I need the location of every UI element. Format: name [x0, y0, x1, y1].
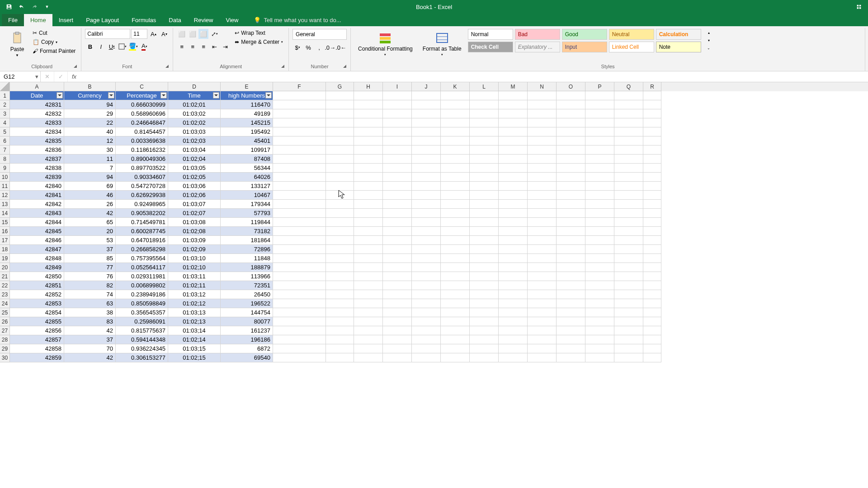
cell[interactable]	[273, 109, 326, 118]
cell[interactable]	[557, 299, 585, 308]
cell[interactable]	[441, 344, 470, 353]
cell[interactable]	[383, 109, 412, 118]
cell[interactable]: 42850	[10, 272, 64, 281]
tab-page-layout[interactable]: Page Layout	[80, 14, 125, 26]
cell[interactable]	[273, 91, 326, 100]
cell[interactable]	[585, 209, 614, 218]
cell[interactable]: 7	[64, 164, 116, 173]
cell[interactable]	[412, 91, 441, 100]
style-bad[interactable]: Bad	[515, 29, 560, 40]
tell-me-search[interactable]: 💡 Tell me what you want to do...	[254, 17, 341, 26]
row-header-24[interactable]: 24	[0, 299, 10, 308]
cell[interactable]: 01:02;02	[168, 118, 221, 127]
cell[interactable]: 01:03;07	[168, 200, 221, 209]
cell[interactable]: 37	[64, 335, 116, 344]
cell[interactable]	[383, 127, 412, 136]
cell[interactable]: 196186	[221, 335, 273, 344]
cell[interactable]	[499, 326, 528, 335]
cell[interactable]	[354, 182, 383, 191]
cell[interactable]: 26450	[221, 290, 273, 299]
cell[interactable]: 01:03;14	[168, 326, 221, 335]
cell[interactable]	[528, 118, 557, 127]
cell[interactable]	[557, 182, 585, 191]
cell[interactable]: 01:02;15	[168, 353, 221, 362]
cell[interactable]: 20	[64, 227, 116, 236]
cell[interactable]	[499, 127, 528, 136]
styles-more[interactable]: ⌄	[704, 44, 714, 52]
cell[interactable]	[557, 145, 585, 155]
cell[interactable]	[614, 155, 643, 164]
cell[interactable]	[470, 109, 499, 118]
cell[interactable]	[441, 290, 470, 299]
cell[interactable]	[528, 191, 557, 200]
cell[interactable]: 01:02;01	[168, 100, 221, 109]
cell[interactable]	[273, 182, 326, 191]
tab-formulas[interactable]: Formulas	[125, 14, 162, 26]
cell[interactable]	[528, 254, 557, 263]
cell[interactable]: 94	[64, 173, 116, 182]
cell[interactable]: 01:03;15	[168, 344, 221, 353]
col-header-O[interactable]: O	[557, 82, 585, 91]
cell[interactable]	[354, 218, 383, 227]
cell[interactable]: 01:02;10	[168, 263, 221, 272]
cell[interactable]	[412, 353, 441, 362]
row-header-21[interactable]: 21	[0, 272, 10, 281]
cell[interactable]	[643, 118, 661, 127]
cell[interactable]	[557, 335, 585, 344]
cell[interactable]	[383, 281, 412, 290]
cell[interactable]	[441, 200, 470, 209]
cell[interactable]	[441, 182, 470, 191]
cell[interactable]	[412, 173, 441, 182]
cell[interactable]	[354, 308, 383, 317]
merge-center-button[interactable]: ⬌Merge & Center▾	[233, 38, 285, 46]
cell[interactable]	[273, 227, 326, 236]
cell[interactable]	[383, 118, 412, 127]
cell[interactable]: 45401	[221, 136, 273, 145]
cell[interactable]: 29	[64, 109, 116, 118]
cell[interactable]	[354, 236, 383, 245]
cell[interactable]: 0.626929938	[116, 191, 168, 200]
cell[interactable]: 195492	[221, 127, 273, 136]
cell[interactable]: 42848	[10, 254, 64, 263]
cell[interactable]	[614, 236, 643, 245]
cell[interactable]	[528, 200, 557, 209]
cell[interactable]	[441, 100, 470, 109]
cell[interactable]	[470, 127, 499, 136]
col-header-L[interactable]: L	[470, 82, 499, 91]
cell[interactable]	[557, 164, 585, 173]
table-header[interactable]: Currency	[64, 91, 116, 100]
cell[interactable]	[643, 281, 661, 290]
cell[interactable]	[383, 191, 412, 200]
cell[interactable]	[470, 236, 499, 245]
cell[interactable]	[412, 281, 441, 290]
cell[interactable]: 38	[64, 308, 116, 317]
cell[interactable]	[273, 127, 326, 136]
cell[interactable]: 0.594144348	[116, 335, 168, 344]
cell[interactable]	[412, 317, 441, 326]
cell[interactable]	[557, 290, 585, 299]
cell[interactable]	[614, 353, 643, 362]
cell[interactable]	[383, 218, 412, 227]
cell[interactable]: 42833	[10, 118, 64, 127]
cell[interactable]	[499, 254, 528, 263]
cell[interactable]	[441, 353, 470, 362]
accounting-format-icon[interactable]: $▾	[292, 42, 302, 52]
align-right-icon[interactable]: ≡	[198, 42, 208, 52]
cell[interactable]	[499, 290, 528, 299]
cell[interactable]	[354, 344, 383, 353]
orientation-button[interactable]: ⤢▾	[209, 29, 219, 39]
cell[interactable]	[326, 308, 354, 317]
cell[interactable]	[499, 317, 528, 326]
cell[interactable]	[273, 145, 326, 155]
cell[interactable]	[412, 109, 441, 118]
cell[interactable]	[557, 136, 585, 145]
cell[interactable]: 01:02;13	[168, 317, 221, 326]
name-box[interactable]: G12 ▾	[0, 71, 41, 82]
cell[interactable]	[643, 245, 661, 254]
cell[interactable]	[412, 155, 441, 164]
cell[interactable]: 42	[64, 353, 116, 362]
cell[interactable]	[557, 326, 585, 335]
row-header-4[interactable]: 4	[0, 118, 10, 127]
filter-button[interactable]	[265, 92, 272, 99]
font-dialog-launcher[interactable]: ◢	[165, 64, 172, 70]
